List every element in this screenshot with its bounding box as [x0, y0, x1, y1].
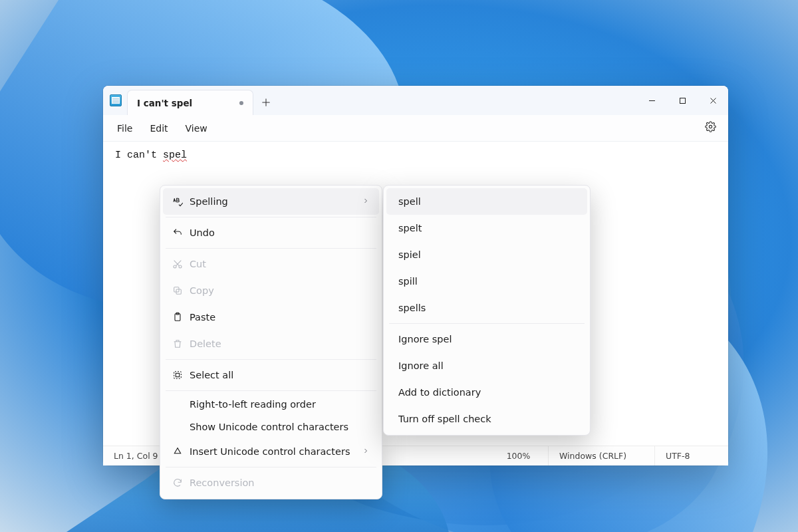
context-menu: Spelling Undo Cut Copy Paste Delete: [160, 185, 382, 499]
status-zoom[interactable]: 100%: [489, 446, 549, 466]
spelling-turn-off[interactable]: Turn off spell check: [386, 406, 587, 432]
context-undo[interactable]: Undo: [163, 219, 379, 246]
close-button[interactable]: [698, 86, 728, 115]
spelling-submenu: spell spelt spiel spill spells Ignore sp…: [383, 185, 591, 436]
svg-point-3: [709, 125, 712, 128]
minimize-button[interactable]: [636, 86, 667, 115]
spelling-suggestion[interactable]: spells: [386, 295, 587, 321]
misspelled-word: spel: [163, 150, 187, 161]
notepad-app-icon: [110, 94, 122, 106]
new-tab-button[interactable]: [253, 90, 279, 115]
svg-rect-2: [680, 98, 685, 103]
copy-icon: [170, 285, 186, 296]
status-encoding[interactable]: UTF-8: [655, 446, 728, 466]
cut-icon: [170, 259, 186, 269]
chevron-right-icon: [362, 446, 370, 457]
menu-file[interactable]: File: [108, 119, 141, 138]
delete-icon: [170, 338, 186, 349]
tab-title: I can't spel: [137, 98, 192, 108]
settings-button[interactable]: [698, 117, 723, 139]
context-delete: Delete: [163, 331, 379, 357]
svg-rect-11: [176, 373, 179, 376]
reconversion-icon: [170, 477, 186, 488]
context-insert-unicode[interactable]: Insert Unicode control characters: [163, 438, 379, 465]
insert-icon: [170, 446, 186, 457]
context-cut: Cut: [163, 251, 379, 277]
spelling-ignore-word[interactable]: Ignore spel: [386, 326, 587, 352]
svg-rect-10: [174, 372, 182, 379]
spellcheck-icon: [170, 196, 186, 207]
spelling-suggestion[interactable]: spill: [386, 268, 587, 295]
svg-point-4: [174, 265, 176, 268]
document-tab[interactable]: I can't spel: [127, 90, 253, 115]
spelling-add-dictionary[interactable]: Add to dictionary: [386, 379, 587, 406]
modified-indicator-icon: [239, 101, 243, 105]
svg-point-5: [179, 265, 182, 268]
menubar: File Edit View: [103, 115, 728, 142]
window-controls: [636, 86, 728, 115]
menu-view[interactable]: View: [177, 119, 216, 138]
context-select-all[interactable]: Select all: [163, 362, 379, 388]
context-reconversion: Reconversion: [163, 469, 379, 496]
context-spelling[interactable]: Spelling: [163, 188, 379, 215]
context-show-unicode[interactable]: Show Unicode control characters: [163, 416, 379, 438]
maximize-button[interactable]: [667, 86, 698, 115]
spelling-ignore-all[interactable]: Ignore all: [386, 352, 587, 379]
select-all-icon: [170, 370, 186, 380]
chevron-right-icon: [362, 196, 370, 207]
context-paste[interactable]: Paste: [163, 304, 379, 331]
undo-icon: [170, 227, 186, 238]
paste-icon: [170, 312, 186, 323]
status-line-ending[interactable]: Windows (CRLF): [549, 446, 655, 466]
spelling-suggestion[interactable]: spiel: [386, 241, 587, 268]
menu-edit[interactable]: Edit: [141, 119, 176, 138]
context-copy: Copy: [163, 277, 379, 304]
editor-text: I can't spel: [115, 150, 187, 161]
context-rtl[interactable]: Right-to-left reading order: [163, 393, 379, 416]
spelling-suggestion[interactable]: spelt: [386, 215, 587, 241]
spelling-suggestion[interactable]: spell: [386, 188, 587, 215]
titlebar: I can't spel: [103, 86, 728, 115]
